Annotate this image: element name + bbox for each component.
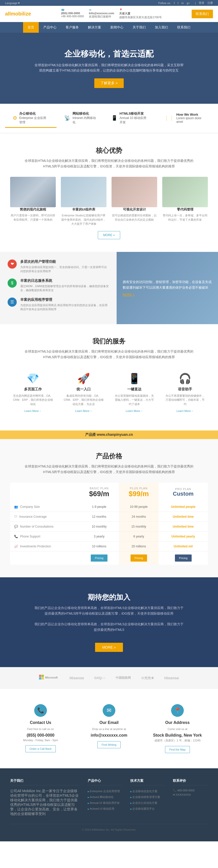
features-image-link[interactable]: MORE » <box>123 293 134 297</box>
insurance-icon: 🛡 <box>14 515 17 519</box>
cta-btn[interactable]: MORE » <box>95 643 123 652</box>
header-address-name: 天使大厦 <box>119 12 161 16</box>
tab-office-icon: ⚙ <box>13 115 17 121</box>
cta-desc: 我们的产品让企业办公移动化变得简单高效，全球首款HTML5企业移动化解决方案供应… <box>33 605 185 616</box>
tab-web[interactable]: 📡 网站移动化 Intranet 内网移动化 <box>57 109 104 128</box>
core-section: 核心优势 全球首款HTML5企业移动化解决方案供应商，我们将帮您轻松解决企业移动… <box>0 133 218 252</box>
hero-section: 企业移动化，首选云适配 全球首款HTML5企业移动化解决方案供应商，我们将帮您轻… <box>0 33 218 104</box>
plan-plus-row2: 15 monthly <box>119 522 158 531</box>
footer-tech-1[interactable]: 企业移动信息化方案 <box>132 789 157 793</box>
footer-col-products: 产品中心 Enterprise 企业应用管理 Actived 网站移动化 Ann… <box>88 778 123 816</box>
consultations-icon: 💬 <box>14 525 18 528</box>
top-bar-left: Language▼ <box>5 2 20 5</box>
pricing-title: 产品价格 <box>10 452 208 461</box>
top-bar-right: Follow us: f t in g+ | 登录 注册 <box>158 1 213 5</box>
unlimited-0: Unlimited people <box>171 505 195 508</box>
feature-3-desc: 您可以根据您的需要对任何图标，以符合自己业务的方式自定义图标 <box>112 213 157 222</box>
hero-btn[interactable]: 了解更多 » <box>94 79 124 88</box>
services-grid: 💎 多页面工作 无论是内网还是外网环境，OA、CRM、ERP，我们所有的企业移动… <box>10 368 208 418</box>
nav-item-solutions[interactable]: 解决方案 <box>84 22 106 33</box>
unlimited-2: Unlimited time <box>173 525 194 528</box>
unlimited-4: Unlimited mil <box>174 545 193 548</box>
pricing-table: BASIC PLAN $69/m PLUS PLAN $99/m PRO PLA… <box>10 483 208 565</box>
plan-pro-row0: Unlimited people <box>159 502 208 512</box>
plan-plus-name: PLUS PLAN <box>122 487 155 490</box>
pricing-row-1: 🛡 Insurance Coverage 12 months 24 months… <box>10 512 208 522</box>
language-selector[interactable]: Language▼ <box>5 2 20 5</box>
footer: 关于我们 公司All Mobilize Inc.是一家专注于企业级移动化管理平台… <box>0 768 218 841</box>
social-google[interactable]: g+ <box>187 2 190 5</box>
feature-investments: 📈 Investments Protection <box>10 541 79 551</box>
features-image-text: 拥有安全的访问控制，密钥管理，加密等功能，在设备丢失或数据遭到破坏下可以回溯大量… <box>123 279 212 290</box>
logo-highlight: mobilize <box>11 11 31 17</box>
logo-hisense-2: Hisense <box>164 676 179 680</box>
plan-basic-name: BASIC PLAN <box>83 487 116 490</box>
social-facebook[interactable]: f <box>174 2 175 5</box>
tabs-section: ⚙ 办公移动化 Enterprise 企业应用管理 📡 网站移动化 Intran… <box>0 104 218 133</box>
nav-item-join[interactable]: 加入我们 <box>150 22 173 33</box>
cta-section: 期待您的加入 我们的产品让企业办公移动化变得简单高效，全球首款HTML5企业移动… <box>0 577 218 667</box>
plan-plus-btn[interactable]: Pricing <box>130 555 147 562</box>
service-4-desc: 办公不再需要繁琐的按键操作，只需动动嘴即可，功能丰富，节约 <box>165 394 205 406</box>
nav-item-service[interactable]: 客户服务 <box>61 22 84 33</box>
nav-item-about[interactable]: 关于我们 <box>128 22 150 33</box>
contact-email-btn[interactable]: Find Writing <box>97 741 121 748</box>
social-twitter[interactable]: t <box>178 2 179 5</box>
feature-label-0: 👥 Company Size <box>14 505 75 508</box>
header-contact: ☎ (855) 000-0000 +86 400-000-0000 ✉ Info… <box>61 8 162 19</box>
footer-contact-email: ✉ XXXXXXXX <box>173 793 208 797</box>
footer-product-4[interactable]: Actived UI 移动应用 <box>90 807 114 810</box>
footer-product-1[interactable]: Enterprise 企业应用管理 <box>90 789 120 793</box>
plan-basic-price: $69/m <box>83 490 116 498</box>
register-link[interactable]: 注册 <box>207 1 213 5</box>
split-desc-2: 通过MDM，EMM使您能够管理企业中的所有移动设备，确保您的设备安全，确保数据的… <box>20 284 109 292</box>
service-4-link[interactable]: Learn More→ <box>177 409 193 412</box>
pricing-row-2: 💬 Number of Consultations 10 monthly 15 … <box>10 522 208 531</box>
login-link[interactable]: 登录 <box>199 1 204 5</box>
service-2: 🚀 统一入口 集成应用内所有功能，OA、CRM、ERP，我们所有的企业移动化方案… <box>61 368 106 418</box>
plan-basic-btn[interactable]: Pricing <box>91 555 107 562</box>
footer-email-icon: ✉ <box>173 793 176 796</box>
nav-item-news[interactable]: 新闻中心 <box>106 22 128 33</box>
service-3-link[interactable]: Learn More→ <box>126 409 143 412</box>
tab-howwe[interactable]: ⋮⋮ How We Work Lorem ipsum dolor amet <box>156 109 213 128</box>
header-contact-btn[interactable]: 联系我们 <box>192 10 213 18</box>
feature-label-4: 📈 Investments Protection <box>14 545 75 548</box>
core-more-btn[interactable]: MORE » <box>98 231 120 239</box>
plan-pro-row1: Unlimited time <box>159 512 208 522</box>
nav-item-home[interactable]: 首页 <box>23 22 39 33</box>
footer-tech-4[interactable]: 企业移动通讯平台 <box>132 807 155 810</box>
nav-item-contact[interactable]: 联系我们 <box>173 22 195 33</box>
plan-pro-btn[interactable]: Pricing <box>175 555 192 562</box>
contact-phone-val: (855) 000-0000 <box>15 733 66 738</box>
social-linkedin[interactable]: in <box>182 2 184 5</box>
tab-howwe-sub: Lorem ipsum dolor amet <box>176 117 205 124</box>
services-title: 我们的服务 <box>10 337 208 346</box>
footer-tech-3[interactable]: 企业办公自动化方案 <box>132 801 157 804</box>
features-grid: 简便的现代化旅程 用户只需登录一次密码，即可访问所有应用程序。只需要一个简单的 … <box>10 177 208 226</box>
split-icon-1: ❤ <box>8 259 17 269</box>
contact-phone-btn[interactable]: Order a Call Back <box>25 745 56 752</box>
pricing-btn-row: Pricing Pricing Pricing <box>10 551 208 565</box>
feature-4-title: 零代码管理 <box>162 207 208 212</box>
tab-office-sub: Enterprise 企业应用管理 <box>19 116 49 125</box>
contact-address-btn[interactable]: Find the Map <box>165 746 190 753</box>
footer-product-3[interactable]: Annual UI 移动应用开发 <box>90 801 119 804</box>
tab-html5-sub: Annual 10 移动应用开发 <box>120 116 149 125</box>
plan-pro-header: PRO PLAN Custom <box>159 483 208 502</box>
tab-html5[interactable]: 📱 HTML5移动开发 Annual 10 移动应用开发 <box>104 109 157 128</box>
footer-contact-title: 联系评价 <box>173 778 208 785</box>
footer-tech-2[interactable]: 企业移动销售管理方案 <box>132 796 160 799</box>
pricing-row-3: 📞 Phone Support 3 yearly 6 yearly Unlimi… <box>10 531 208 541</box>
service-1-link[interactable]: Learn More→ <box>24 409 41 412</box>
tab-html5-title: HTML5移动开发 <box>120 111 149 116</box>
footer-copyright: © 2015 AllMobilize Inc. All Rights Reser… <box>82 828 136 831</box>
phone-icon: 📞 <box>14 535 18 538</box>
nav-item-products[interactable]: 产品中心 <box>39 22 61 33</box>
tab-office[interactable]: ⚙ 办公移动化 Enterprise 企业应用管理 <box>5 109 57 128</box>
service-1: 💎 多页面工作 无论是内网还是外网环境，OA、CRM、ERP，我们所有的企业移动… <box>10 368 56 418</box>
service-2-link[interactable]: Learn More→ <box>75 409 92 412</box>
svg-rect-3 <box>41 677 44 680</box>
plan-pro-btn-cell: Pricing <box>159 551 208 565</box>
footer-product-2[interactable]: Actived 网站移动化 <box>90 796 114 799</box>
